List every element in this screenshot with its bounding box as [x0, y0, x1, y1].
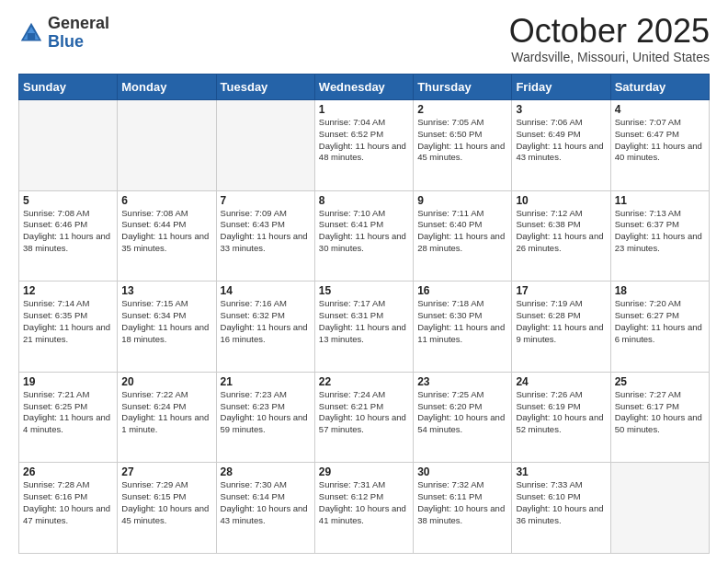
- calendar-day-cell: 5Sunrise: 7:08 AM Sunset: 6:46 PM Daylig…: [19, 190, 118, 282]
- day-number: 21: [221, 375, 311, 388]
- calendar-day-cell: 10Sunrise: 7:12 AM Sunset: 6:38 PM Dayli…: [512, 190, 610, 282]
- calendar-day-cell: 8Sunrise: 7:10 AM Sunset: 6:41 PM Daylig…: [314, 190, 413, 282]
- calendar-header-row: SundayMondayTuesdayWednesdayThursdayFrid…: [19, 75, 710, 100]
- calendar-day-cell: 6Sunrise: 7:08 AM Sunset: 6:44 PM Daylig…: [118, 190, 216, 282]
- calendar-day-header: Saturday: [610, 75, 709, 100]
- logo-blue-text: Blue: [48, 32, 84, 51]
- day-info: Sunrise: 7:30 AM Sunset: 6:14 PM Dayligh…: [221, 479, 311, 526]
- day-number: 29: [319, 465, 409, 478]
- calendar-day-cell: 4Sunrise: 7:07 AM Sunset: 6:47 PM Daylig…: [610, 100, 709, 191]
- day-info: Sunrise: 7:32 AM Sunset: 6:11 PM Dayligh…: [417, 479, 507, 526]
- day-info: Sunrise: 7:07 AM Sunset: 6:47 PM Dayligh…: [615, 117, 705, 164]
- header: General Blue October 2025 Wardsville, Mi…: [18, 15, 710, 64]
- logo-general-text: General: [48, 14, 109, 32]
- day-info: Sunrise: 7:16 AM Sunset: 6:32 PM Dayligh…: [221, 298, 311, 345]
- day-number: 27: [121, 465, 211, 478]
- title-block: October 2025 Wardsville, Missouri, Unite…: [509, 15, 710, 64]
- calendar-week-row: 19Sunrise: 7:21 AM Sunset: 6:25 PM Dayli…: [19, 372, 710, 463]
- logo-text: General Blue: [48, 15, 109, 52]
- day-info: Sunrise: 7:19 AM Sunset: 6:28 PM Dayligh…: [516, 298, 606, 345]
- calendar-day-cell: [610, 463, 709, 554]
- calendar-day-cell: [118, 100, 216, 191]
- calendar-day-cell: 25Sunrise: 7:27 AM Sunset: 6:17 PM Dayli…: [610, 372, 709, 463]
- day-number: 12: [23, 284, 113, 297]
- day-info: Sunrise: 7:10 AM Sunset: 6:41 PM Dayligh…: [319, 208, 409, 255]
- day-number: 9: [417, 194, 507, 207]
- calendar-day-cell: 2Sunrise: 7:05 AM Sunset: 6:50 PM Daylig…: [414, 100, 512, 191]
- day-number: 28: [221, 465, 311, 478]
- day-info: Sunrise: 7:31 AM Sunset: 6:12 PM Dayligh…: [319, 479, 409, 526]
- day-number: 8: [319, 194, 409, 207]
- day-info: Sunrise: 7:08 AM Sunset: 6:46 PM Dayligh…: [23, 208, 113, 255]
- day-number: 6: [121, 194, 211, 207]
- day-info: Sunrise: 7:08 AM Sunset: 6:44 PM Dayligh…: [121, 208, 211, 255]
- calendar-day-cell: 14Sunrise: 7:16 AM Sunset: 6:32 PM Dayli…: [216, 282, 314, 373]
- calendar-day-header: Monday: [118, 75, 216, 100]
- day-info: Sunrise: 7:05 AM Sunset: 6:50 PM Dayligh…: [417, 117, 507, 164]
- calendar-day-cell: 31Sunrise: 7:33 AM Sunset: 6:10 PM Dayli…: [512, 463, 610, 554]
- calendar-day-cell: 11Sunrise: 7:13 AM Sunset: 6:37 PM Dayli…: [610, 190, 709, 282]
- calendar-day-cell: 9Sunrise: 7:11 AM Sunset: 6:40 PM Daylig…: [414, 190, 512, 282]
- day-number: 15: [319, 284, 409, 297]
- calendar-week-row: 5Sunrise: 7:08 AM Sunset: 6:46 PM Daylig…: [19, 190, 710, 282]
- day-number: 20: [121, 375, 211, 388]
- day-info: Sunrise: 7:26 AM Sunset: 6:19 PM Dayligh…: [516, 389, 606, 436]
- calendar-day-cell: 28Sunrise: 7:30 AM Sunset: 6:14 PM Dayli…: [216, 463, 314, 554]
- calendar-day-cell: 18Sunrise: 7:20 AM Sunset: 6:27 PM Dayli…: [610, 282, 709, 373]
- day-number: 4: [615, 103, 705, 116]
- month-title: October 2025: [509, 15, 710, 48]
- calendar-day-cell: 1Sunrise: 7:04 AM Sunset: 6:52 PM Daylig…: [314, 100, 413, 191]
- day-number: 3: [516, 103, 606, 116]
- day-info: Sunrise: 7:29 AM Sunset: 6:15 PM Dayligh…: [121, 479, 211, 526]
- day-number: 10: [516, 194, 606, 207]
- day-number: 5: [23, 194, 113, 207]
- calendar-day-header: Wednesday: [314, 75, 413, 100]
- calendar-day-cell: 17Sunrise: 7:19 AM Sunset: 6:28 PM Dayli…: [512, 282, 610, 373]
- day-info: Sunrise: 7:09 AM Sunset: 6:43 PM Dayligh…: [221, 208, 311, 255]
- day-info: Sunrise: 7:06 AM Sunset: 6:49 PM Dayligh…: [516, 117, 606, 164]
- calendar-day-cell: 29Sunrise: 7:31 AM Sunset: 6:12 PM Dayli…: [314, 463, 413, 554]
- day-info: Sunrise: 7:21 AM Sunset: 6:25 PM Dayligh…: [23, 389, 113, 436]
- calendar-day-cell: 19Sunrise: 7:21 AM Sunset: 6:25 PM Dayli…: [19, 372, 118, 463]
- calendar-day-header: Tuesday: [216, 75, 314, 100]
- day-number: 26: [23, 465, 113, 478]
- day-info: Sunrise: 7:27 AM Sunset: 6:17 PM Dayligh…: [615, 389, 705, 436]
- calendar-day-cell: 26Sunrise: 7:28 AM Sunset: 6:16 PM Dayli…: [19, 463, 118, 554]
- calendar-day-header: Sunday: [19, 75, 118, 100]
- logo: General Blue: [18, 15, 109, 52]
- calendar-day-cell: 16Sunrise: 7:18 AM Sunset: 6:30 PM Dayli…: [414, 282, 512, 373]
- calendar-day-cell: 15Sunrise: 7:17 AM Sunset: 6:31 PM Dayli…: [314, 282, 413, 373]
- calendar-day-header: Friday: [512, 75, 610, 100]
- calendar-week-row: 1Sunrise: 7:04 AM Sunset: 6:52 PM Daylig…: [19, 100, 710, 191]
- day-number: 2: [417, 103, 507, 116]
- day-number: 1: [319, 103, 409, 116]
- day-info: Sunrise: 7:13 AM Sunset: 6:37 PM Dayligh…: [615, 208, 705, 255]
- day-info: Sunrise: 7:17 AM Sunset: 6:31 PM Dayligh…: [319, 298, 409, 345]
- calendar-week-row: 12Sunrise: 7:14 AM Sunset: 6:35 PM Dayli…: [19, 282, 710, 373]
- day-info: Sunrise: 7:33 AM Sunset: 6:10 PM Dayligh…: [516, 479, 606, 526]
- calendar-day-cell: 12Sunrise: 7:14 AM Sunset: 6:35 PM Dayli…: [19, 282, 118, 373]
- calendar-day-cell: 22Sunrise: 7:24 AM Sunset: 6:21 PM Dayli…: [314, 372, 413, 463]
- calendar-table: SundayMondayTuesdayWednesdayThursdayFrid…: [18, 74, 710, 554]
- calendar-week-row: 26Sunrise: 7:28 AM Sunset: 6:16 PM Dayli…: [19, 463, 710, 554]
- calendar-day-cell: 24Sunrise: 7:26 AM Sunset: 6:19 PM Dayli…: [512, 372, 610, 463]
- calendar-day-cell: 21Sunrise: 7:23 AM Sunset: 6:23 PM Dayli…: [216, 372, 314, 463]
- day-info: Sunrise: 7:04 AM Sunset: 6:52 PM Dayligh…: [319, 117, 409, 164]
- day-number: 11: [615, 194, 705, 207]
- day-number: 23: [417, 375, 507, 388]
- day-info: Sunrise: 7:28 AM Sunset: 6:16 PM Dayligh…: [23, 479, 113, 526]
- calendar-day-cell: 30Sunrise: 7:32 AM Sunset: 6:11 PM Dayli…: [414, 463, 512, 554]
- calendar-day-cell: 27Sunrise: 7:29 AM Sunset: 6:15 PM Dayli…: [118, 463, 216, 554]
- location-subtitle: Wardsville, Missouri, United States: [509, 50, 710, 64]
- day-number: 25: [615, 375, 705, 388]
- day-info: Sunrise: 7:12 AM Sunset: 6:38 PM Dayligh…: [516, 208, 606, 255]
- day-info: Sunrise: 7:14 AM Sunset: 6:35 PM Dayligh…: [23, 298, 113, 345]
- svg-rect-2: [28, 33, 35, 40]
- calendar-day-cell: 13Sunrise: 7:15 AM Sunset: 6:34 PM Dayli…: [118, 282, 216, 373]
- day-info: Sunrise: 7:24 AM Sunset: 6:21 PM Dayligh…: [319, 389, 409, 436]
- day-number: 19: [23, 375, 113, 388]
- day-number: 13: [121, 284, 211, 297]
- day-info: Sunrise: 7:15 AM Sunset: 6:34 PM Dayligh…: [121, 298, 211, 345]
- calendar-day-cell: 20Sunrise: 7:22 AM Sunset: 6:24 PM Dayli…: [118, 372, 216, 463]
- day-number: 17: [516, 284, 606, 297]
